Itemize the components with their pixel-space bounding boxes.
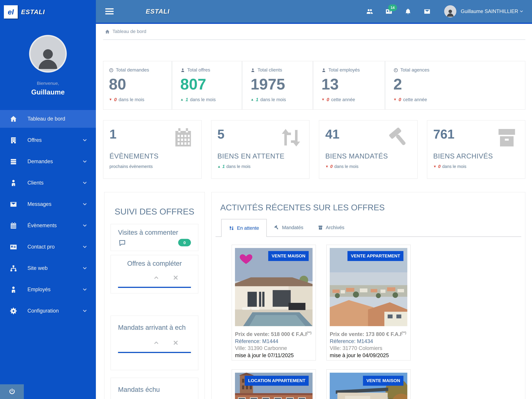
property-card[interactable]: VENTE MAISON Prix de vente: 518 000 € F.… xyxy=(232,245,316,361)
topbar: ESTALI 14 Guillaume SAINTHILLIER xyxy=(96,0,532,24)
tile-delta: 1 xyxy=(222,164,225,169)
archive-icon xyxy=(318,225,323,230)
suivi-des-offres-panel: SUIVI DES OFFRES Visites à commenter 0 O… xyxy=(104,192,205,399)
tile-caption: dans le mois xyxy=(226,164,250,169)
stat-delta: 0 xyxy=(327,97,329,102)
stat-total-clients: Total clients 1975 ▲ 1 dans le mois xyxy=(242,61,313,109)
close-icon[interactable] xyxy=(173,274,179,280)
tile-biens-en-attente: 5 BIENS EN ATTENTE ▲ 1 dans le mois xyxy=(211,120,310,179)
favorite-heart-icon[interactable] xyxy=(238,251,254,266)
clients-button[interactable] xyxy=(366,8,374,15)
tile-caption: prochains évènements xyxy=(109,164,153,169)
stat-delta: 0 xyxy=(399,97,401,102)
property-card[interactable]: VENTE MAISON xyxy=(326,369,411,399)
sidebar-item-label: Clients xyxy=(27,180,44,186)
card-mandats-echu[interactable]: Mandats échu xyxy=(111,378,198,399)
sidebar-profile: Bienvenue, Guillaume xyxy=(0,24,96,96)
trend-down-icon: ▼ xyxy=(393,98,397,101)
app-logo[interactable]: eI ESTALI xyxy=(0,0,96,24)
card-visites-a-commenter[interactable]: Visites à commenter 0 xyxy=(111,224,198,251)
property-card[interactable]: LOCATION APPARTEMENT Loyer mensuel: 952 … xyxy=(232,369,316,399)
notifications-button[interactable] xyxy=(404,8,412,15)
stat-value: 80 xyxy=(109,76,172,93)
sidebar-item-offres[interactable]: Offres xyxy=(0,131,96,149)
panel-title: SUIVI DES OFFRES xyxy=(104,207,204,217)
divider xyxy=(103,39,525,40)
chevron-down-icon xyxy=(82,180,88,186)
contacts-button[interactable]: 14 xyxy=(385,8,393,15)
gear-icon xyxy=(9,307,18,315)
sidebar-item-demandes[interactable]: Demandes xyxy=(0,153,96,171)
gavel-icon xyxy=(387,126,411,149)
property-updated: mise à jour le 07/11/2025 xyxy=(235,352,313,359)
logout-button[interactable] xyxy=(0,384,24,399)
property-card[interactable]: VENTE APPARTEMENT Prix de vente: 173 800… xyxy=(326,245,411,361)
sidebar-item-label: Tableau de bord xyxy=(27,116,65,122)
stat-label: Total agences xyxy=(400,67,429,73)
sidebar-item-messages[interactable]: Messages xyxy=(0,195,96,213)
chevron-down-icon xyxy=(82,159,88,164)
card-title: Offres à compléter xyxy=(111,255,198,267)
tab-en-attente[interactable]: En attente xyxy=(221,219,267,237)
gavel-icon xyxy=(274,225,279,230)
sidebar-item-configuration[interactable]: Configuration xyxy=(0,302,96,320)
breadcrumb[interactable]: Tableau de bord xyxy=(96,24,532,39)
stat-label: Total clients xyxy=(258,67,282,73)
progress-underline xyxy=(118,352,191,353)
activities-tabs: En attente Mandatés Archivés xyxy=(215,219,521,237)
close-icon[interactable] xyxy=(173,340,179,346)
stats-summary-card: Total demandes 80 ▼ 0 dans le mois Total… xyxy=(103,61,525,110)
collapse-icon[interactable] xyxy=(153,340,159,346)
property-photo: VENTE MAISON xyxy=(330,373,407,399)
stat-label: Total offres xyxy=(187,67,210,73)
card-offres-a-completer[interactable]: Offres à compléter xyxy=(111,255,198,293)
property-updated: mise à jour le 04/09/2025 xyxy=(330,352,407,359)
power-icon xyxy=(8,388,16,395)
tile-evenements: 1 ÉVÈNEMENTS prochains évènements xyxy=(103,120,202,179)
progress-underline xyxy=(118,287,191,288)
property-price: Prix de vente: 518 000 € F.A.I xyxy=(235,331,307,337)
sidebar-item-tableau-de-bord[interactable]: Tableau de bord xyxy=(0,110,96,128)
hamburger-menu-button[interactable] xyxy=(105,7,114,16)
card-mandats-arrivant-a-echeance[interactable]: Mandats arrivant à ech xyxy=(111,316,198,370)
stat-period: cette année xyxy=(331,97,355,102)
topbar-brand: ESTALI xyxy=(146,8,170,15)
user-menu[interactable]: Guillaume SAINTHILLIER xyxy=(461,8,524,14)
card-title: Mandats arrivant à ech xyxy=(111,316,198,331)
stat-delta: 1 xyxy=(185,97,188,102)
user-icon xyxy=(321,68,326,72)
sidebar-item-label: Demandes xyxy=(27,158,53,165)
card-title: Mandats échu xyxy=(111,378,198,393)
sidebar-item-site-web[interactable]: Site web xyxy=(0,259,96,277)
panel-title: ACTIVITÉS RÉCENTES SUR LES OFFRES xyxy=(220,203,521,212)
stat-total-agences: Total agences 2 ▼ 0 cette année xyxy=(385,61,525,109)
topbar-user-name: Guillaume SAINTHILLIER xyxy=(461,8,518,14)
tile-delta: 0 xyxy=(330,164,333,169)
stat-total-employes: Total employés 13 ▼ 0 cette année xyxy=(313,61,385,109)
sidebar-item-contact-pro[interactable]: Contact pro xyxy=(0,238,96,256)
sidebar-item-label: Messages xyxy=(27,201,51,207)
calendar-icon xyxy=(9,222,18,230)
tab-archives[interactable]: Archivés xyxy=(310,219,351,236)
sidebar-item-label: Évènements xyxy=(27,222,57,228)
tile-title: BIENS EN ATTENTE xyxy=(217,152,303,160)
count-badge: 0 xyxy=(178,239,191,246)
sidebar-item-evenements[interactable]: Évènements xyxy=(0,217,96,234)
tab-mandates[interactable]: Mandatés xyxy=(267,219,310,236)
stat-total-offres: Total offres 807 ▲ 1 dans le mois xyxy=(172,61,242,109)
property-city: Ville: 31390 Carbonne xyxy=(235,345,313,352)
brand-name: ESTALI xyxy=(21,8,45,16)
collapse-icon[interactable] xyxy=(153,274,159,280)
tile-caption: dans le mois xyxy=(334,164,358,169)
card-title: Visites à commenter xyxy=(111,224,198,236)
sidebar-item-employes[interactable]: Employés xyxy=(0,281,96,298)
chevron-down-icon xyxy=(82,308,88,314)
chevron-down-icon xyxy=(82,137,88,143)
dashboard-columns: SUIVI DES OFFRES Visites à commenter 0 O… xyxy=(104,192,525,399)
tile-biens-archives: 761 BIENS ARCHIVÉS ▼ 0 dans le mois xyxy=(427,120,525,179)
sidebar-user-name: Guillaume xyxy=(31,88,65,96)
sidebar-item-clients[interactable]: Clients xyxy=(0,174,96,192)
user-avatar[interactable] xyxy=(444,5,456,18)
tile-biens-mandates: 41 BIENS MANDATÉS ▼ 0 dans le mois xyxy=(319,120,418,179)
messages-button[interactable] xyxy=(423,8,431,15)
